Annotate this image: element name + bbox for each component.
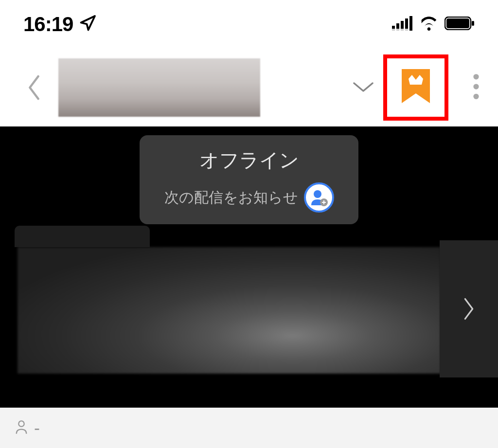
dropdown-button[interactable] xyxy=(347,80,379,95)
status-bar: 16:19 xyxy=(0,0,498,49)
svg-marker-0 xyxy=(81,16,95,30)
carousel-item-main[interactable] xyxy=(18,247,441,374)
bottom-bar: - xyxy=(0,408,498,448)
svg-rect-5 xyxy=(409,16,412,31)
svg-rect-11 xyxy=(446,18,469,28)
svg-point-20 xyxy=(18,421,24,426)
carousel-tab[interactable] xyxy=(15,226,150,247)
svg-rect-9 xyxy=(405,29,408,31)
svg-point-16 xyxy=(314,190,321,198)
back-button[interactable] xyxy=(19,73,49,102)
viewer-count-section: - xyxy=(15,418,40,438)
status-time: 16:19 xyxy=(23,13,73,36)
svg-rect-8 xyxy=(401,29,404,31)
offline-notify-row: 次の配信をお知らせ xyxy=(153,182,345,213)
stream-content-area: オフライン 次の配信をお知らせ xyxy=(0,126,498,408)
header-actions xyxy=(347,54,483,121)
svg-point-13 xyxy=(473,74,479,79)
crown-bookmark-button[interactable] xyxy=(399,67,433,108)
wifi-icon xyxy=(419,16,439,33)
offline-card: オフライン 次の配信をお知らせ xyxy=(140,135,358,224)
svg-rect-7 xyxy=(396,29,399,31)
notify-next-stream-label: 次の配信をお知らせ xyxy=(164,188,298,208)
carousel-next-button[interactable] xyxy=(440,240,498,377)
offline-status-label: オフライン xyxy=(153,147,345,174)
svg-rect-12 xyxy=(472,21,474,26)
svg-rect-6 xyxy=(392,29,395,31)
channel-title-redacted xyxy=(58,58,260,117)
svg-point-14 xyxy=(473,84,479,89)
crown-bookmark-highlight xyxy=(383,54,448,121)
viewer-count-value: - xyxy=(34,418,40,438)
more-options-button[interactable] xyxy=(469,73,483,102)
status-bar-right xyxy=(392,16,475,33)
cellular-icon xyxy=(392,16,413,33)
svg-point-15 xyxy=(473,94,479,99)
carousel-section xyxy=(15,247,498,398)
status-bar-left: 16:19 xyxy=(23,13,96,36)
follow-notify-button[interactable] xyxy=(304,182,334,213)
location-icon xyxy=(79,15,96,34)
header-bar xyxy=(0,49,498,126)
person-icon xyxy=(15,419,28,437)
battery-icon xyxy=(445,17,475,32)
